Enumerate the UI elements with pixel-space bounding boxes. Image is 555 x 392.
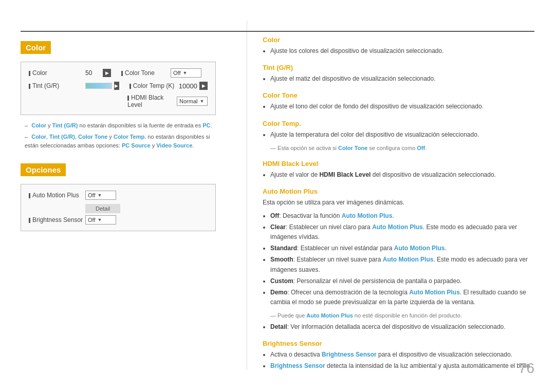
right-color-tone-title: Color Tone bbox=[263, 91, 534, 99]
right-hdmi-title: HDMI Black Level bbox=[263, 160, 534, 167]
right-auto-motion-sub-note-1: Puede que Auto Motion Plus no esté dispo… bbox=[263, 311, 534, 320]
right-column: Color Ajuste los colores del dispositivo… bbox=[247, 21, 534, 370]
color-notes: – Color y Tint (G/R) no estarán disponib… bbox=[21, 121, 216, 151]
right-tint-item-1: Ajuste el matiz del dispositivo de visua… bbox=[270, 74, 534, 84]
detail-button[interactable]: Detail bbox=[85, 204, 120, 213]
tint-row: Tint (G/R) ▶ Color Temp (K) 10000 ▶ bbox=[29, 82, 208, 90]
color-label: Color bbox=[29, 69, 85, 77]
right-color-list: Ajuste los colores del dispositivo de vi… bbox=[263, 46, 534, 56]
right-auto-motion-smooth: Smooth: Establecer un nivel suave para A… bbox=[270, 255, 534, 274]
right-auto-motion-off: Off: Desactivar la función Auto Motion P… bbox=[270, 211, 534, 221]
brightness-sensor-arrow-icon: ▼ bbox=[97, 217, 102, 222]
color-temp-number: 10000 bbox=[179, 82, 197, 90]
right-color-temp-list: Ajuste la temperatura del color del disp… bbox=[263, 130, 534, 140]
page-number: 76 bbox=[519, 360, 534, 377]
color-tone-dropdown[interactable]: Off ▼ bbox=[171, 68, 201, 78]
auto-motion-plus-label: Auto Motion Plus bbox=[29, 192, 85, 199]
right-auto-motion-clear: Clear: Establecer un nivel claro para Au… bbox=[270, 222, 534, 242]
opciones-section-header: Opciones bbox=[21, 163, 66, 176]
right-color-tone-item-1: Ajuste el tono del color de fondo del di… bbox=[270, 102, 534, 111]
color-note-2: – Color, Tint (G/R), Color Tone y Color … bbox=[21, 133, 216, 151]
brightness-sensor-dropdown[interactable]: Off ▼ bbox=[85, 215, 116, 225]
tint-label: Tint (G/R) bbox=[29, 82, 85, 89]
color-row: Color 50 ▶ Color Tone Off ▼ bbox=[29, 68, 208, 78]
auto-motion-plus-row: Auto Motion Plus Off ▼ bbox=[29, 191, 208, 200]
auto-motion-plus-dropdown[interactable]: Off ▼ bbox=[85, 191, 116, 200]
right-auto-motion-detail-list: Detail: Ver información detallada acerca… bbox=[263, 322, 534, 332]
right-color-temp-title: Color Temp. bbox=[263, 120, 534, 127]
right-auto-motion-standard: Standard: Establecer un nivel estándar p… bbox=[270, 244, 534, 253]
right-auto-motion-demo: Demo: Ofrecer una demostración de la tec… bbox=[270, 288, 534, 307]
tint-bar bbox=[85, 83, 112, 89]
right-tint-title: Tint (G/R) bbox=[263, 64, 534, 71]
hdmi-black-level-row: HDMI Black Level Normal ▼ bbox=[29, 94, 208, 108]
color-tone-arrow-icon: ▼ bbox=[182, 70, 187, 76]
color-tone-label: Color Tone bbox=[121, 69, 168, 77]
hdmi-black-level-label: HDMI Black Level bbox=[127, 94, 174, 108]
color-section-header: Color bbox=[21, 41, 51, 54]
right-auto-motion-list: Off: Desactivar la función Auto Motion P… bbox=[263, 211, 534, 308]
right-auto-motion-title: Auto Motion Plus bbox=[263, 188, 534, 195]
right-color-tone-list: Ajuste el tono del color de fondo del di… bbox=[263, 102, 534, 111]
top-divider-line bbox=[21, 31, 534, 32]
right-auto-motion-custom: Custom: Personalizar el nivel de persist… bbox=[270, 276, 534, 286]
right-tint-list: Ajuste el matiz del dispositivo de visua… bbox=[263, 74, 534, 84]
right-color-temp-item-1: Ajuste la temperatura del color del disp… bbox=[270, 130, 534, 140]
brightness-sensor-label: Brightness Sensor bbox=[29, 216, 85, 223]
auto-motion-plus-value: Off bbox=[88, 192, 95, 198]
color-settings-box: Color 50 ▶ Color Tone Off ▼ bbox=[21, 62, 216, 115]
right-hdmi-item-1: Ajuste el valor de HDMI Black Level del … bbox=[270, 170, 534, 180]
color-temp-label: Color Temp (K) bbox=[130, 82, 176, 89]
color-arrow-right[interactable]: ▶ bbox=[103, 69, 111, 77]
right-brightness-item-2: Brightness Sensor detecta la intensidad … bbox=[270, 361, 534, 370]
hdmi-black-level-arrow-icon: ▼ bbox=[199, 99, 204, 104]
right-hdmi-list: Ajuste el valor de HDMI Black Level del … bbox=[263, 170, 534, 180]
right-brightness-list: Activa o desactiva Brightness Sensor par… bbox=[263, 350, 534, 370]
color-value: 50 ▶ bbox=[85, 69, 111, 77]
right-auto-motion-detail: Detail: Ver información detallada acerca… bbox=[270, 322, 534, 332]
color-tone-value: Off bbox=[173, 70, 180, 76]
right-color-title: Color bbox=[263, 36, 534, 44]
right-brightness-title: Brightness Sensor bbox=[263, 340, 534, 347]
auto-motion-plus-arrow-icon: ▼ bbox=[97, 193, 102, 198]
left-column: Color Color 50 ▶ Color Tone Off ▼ bbox=[21, 21, 236, 371]
hdmi-black-level-value: Normal bbox=[179, 98, 197, 104]
right-brightness-item-1: Activa o desactiva Brightness Sensor par… bbox=[270, 350, 534, 360]
color-number: 50 bbox=[85, 69, 101, 77]
color-note-1: – Color y Tint (G/R) no estarán disponib… bbox=[21, 121, 216, 130]
right-color-item-1: Ajuste los colores del dispositivo de vi… bbox=[270, 46, 534, 56]
color-temp-arrow-right[interactable]: ▶ bbox=[199, 82, 208, 90]
right-auto-motion-intro: Esta opción se utiliza para ver imágenes… bbox=[263, 198, 534, 208]
right-color-temp-sub-note: Esta opción se activa si Color Tone se c… bbox=[263, 144, 534, 153]
opciones-settings-box: Auto Motion Plus Off ▼ Detail Brightness… bbox=[21, 184, 216, 231]
tint-arrow-right[interactable]: ▶ bbox=[114, 82, 119, 90]
hdmi-black-level-dropdown[interactable]: Normal ▼ bbox=[177, 97, 208, 106]
color-temp-value: 10000 ▶ bbox=[179, 82, 208, 90]
brightness-sensor-row: Brightness Sensor Off ▼ bbox=[29, 215, 208, 225]
brightness-sensor-value: Off bbox=[88, 217, 95, 223]
